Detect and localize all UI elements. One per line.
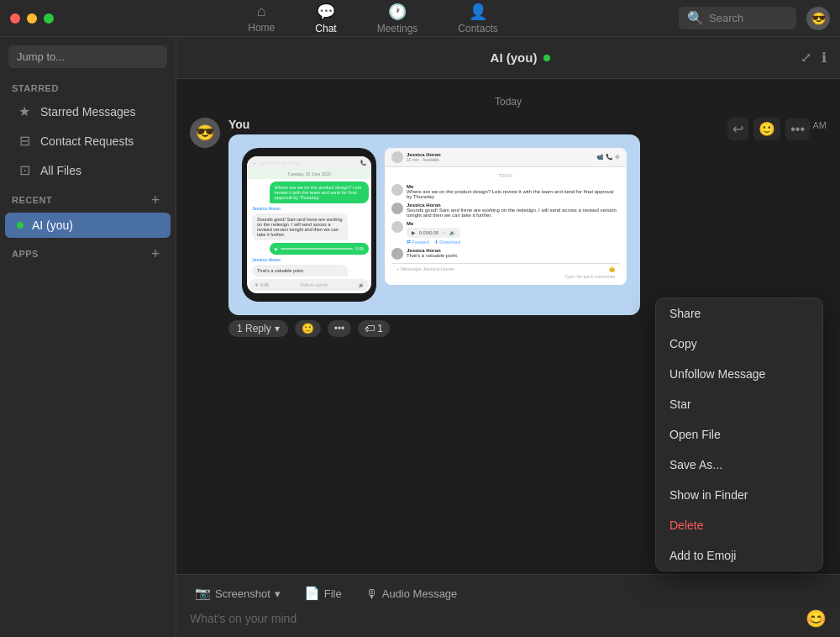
apps-section-title: APPS xyxy=(12,249,39,259)
screenshot-toolbar-button[interactable]: 📷 Screenshot ▾ xyxy=(190,583,286,603)
tab-chat[interactable]: 💬 Chat xyxy=(308,0,343,38)
desktop-audio-player: ▶ 0:00/0:08 🔊 xyxy=(407,228,460,238)
search-input[interactable] xyxy=(709,12,788,24)
chevron-down-icon: ▾ xyxy=(275,323,280,334)
input-row: What's on your mind 😊 xyxy=(190,608,827,629)
add-apps-button[interactable]: + xyxy=(147,245,164,262)
chat-title: AI (you) xyxy=(491,50,538,65)
emoji-reaction-badge[interactable]: 🏷 1 xyxy=(358,320,390,337)
more-hover-icon[interactable]: ••• xyxy=(785,118,810,140)
file-toolbar-button[interactable]: 📄 File xyxy=(299,583,347,603)
sidebar-item-contact-requests[interactable]: ⊟ Contact Requests xyxy=(5,127,171,155)
context-menu-save-as[interactable]: Save As... xyxy=(656,450,822,480)
reaction-hover-icon[interactable]: 🙂 xyxy=(753,118,780,140)
reply-label: 1 Reply xyxy=(237,323,271,334)
maximize-button[interactable] xyxy=(44,13,54,24)
screenshot-chevron-icon: ▾ xyxy=(275,587,281,600)
all-files-label: All Files xyxy=(40,164,81,177)
search-box[interactable]: 🔍 xyxy=(679,7,796,29)
context-menu-delete[interactable]: Delete xyxy=(656,510,822,540)
emoji-count: 1 xyxy=(377,323,383,334)
desktop-msg-3: Me ▶ 0:00/0:08 🔊 xyxy=(391,221,620,245)
tab-home-label: Home xyxy=(248,22,275,34)
tab-meetings[interactable]: 🕐 Meetings xyxy=(370,0,425,38)
microphone-icon: 🎙 xyxy=(365,587,378,601)
meetings-icon: 🕐 xyxy=(388,3,407,21)
chat-header: AI (you) ⤢ ℹ xyxy=(176,37,840,79)
emoji-picker-button[interactable]: 😊 xyxy=(806,608,827,629)
context-menu-add-to-emoji[interactable]: Add to Emoji xyxy=(656,540,822,571)
context-menu-open-file[interactable]: Open File xyxy=(656,419,822,450)
context-menu-star[interactable]: Star xyxy=(656,389,822,419)
apps-section-header: APPS + xyxy=(0,239,176,266)
titlebar: ⌂ Home 💬 Chat 🕐 Meetings 👤 Contacts 🔍 😎 xyxy=(0,0,840,37)
sidebar: Jump to... STARRED ★ Starred Messages ⊟ … xyxy=(0,37,176,637)
hover-action-icons: ↩ 🙂 ••• xyxy=(727,118,810,140)
titlebar-right: 🔍 😎 xyxy=(679,7,830,30)
screenshot-inner: ← AlphaCorp Team 📞 Tuesday, 29 June 2020… xyxy=(242,148,627,302)
more-actions-button[interactable]: ••• xyxy=(328,320,352,337)
user-avatar[interactable]: 😎 xyxy=(806,7,830,30)
context-menu-unfollow[interactable]: Unfollow Message xyxy=(656,359,822,389)
ai-you-label: AI (you) xyxy=(32,218,73,232)
desktop-msg-1: Me Where are we on the product design? L… xyxy=(391,184,620,199)
desktop-chat-mockup: Jessica Horan 10 min · Available 📹 📞 ⊕ T… xyxy=(385,148,627,285)
tab-contacts[interactable]: 👤 Contacts xyxy=(451,0,504,38)
add-reaction-button[interactable]: 🙂 xyxy=(295,320,321,337)
context-menu: Share Copy Unfollow Message Star Open Fi… xyxy=(655,297,823,571)
tab-home[interactable]: ⌂ Home xyxy=(241,0,281,38)
phone-screen: ← AlphaCorp Team 📞 Tuesday, 29 June 2020… xyxy=(247,156,371,293)
chat-header-right: ⤢ ℹ xyxy=(801,50,827,66)
message-input-placeholder[interactable]: What's on your mind xyxy=(190,608,297,629)
info-icon[interactable]: ℹ xyxy=(822,50,827,66)
sidebar-item-all-files[interactable]: ⊡ All Files xyxy=(5,156,171,184)
date-separator: Today xyxy=(190,86,827,118)
desktop-input-bar: + Message Jessica Horan 😊 Type / for qui… xyxy=(391,263,620,282)
sidebar-item-starred-messages[interactable]: ★ Starred Messages xyxy=(5,97,171,125)
starred-messages-label: Starred Messages xyxy=(40,105,136,118)
phone-bubble-3: That's a valuable point. xyxy=(252,265,348,276)
reply-hover-icon[interactable]: ↩ xyxy=(727,118,748,140)
star-icon: ★ xyxy=(17,103,32,119)
online-indicator xyxy=(17,222,24,229)
emoji-icon: 🏷 xyxy=(365,323,375,334)
expand-icon[interactable]: ⤢ xyxy=(801,50,811,66)
chat-input-area: 📷 Screenshot ▾ 📄 File 🎙 Audio Message Wh… xyxy=(176,574,840,637)
tab-contacts-label: Contacts xyxy=(458,23,497,34)
audio-label: Audio Message xyxy=(382,587,458,600)
context-menu-show-in-finder[interactable]: Show in Finder xyxy=(656,480,822,510)
chat-input-toolbar: 📷 Screenshot ▾ 📄 File 🎙 Audio Message xyxy=(190,583,827,603)
desktop-msg-2: Jessica Horan Sounds good! Sam and Irene… xyxy=(391,203,620,218)
minimize-button[interactable] xyxy=(27,13,37,24)
nav-tabs: ⌂ Home 💬 Chat 🕐 Meetings 👤 Contacts xyxy=(67,0,679,38)
sender-avatar: 😎 xyxy=(190,118,220,148)
all-files-icon: ⊡ xyxy=(17,162,32,178)
phone-chat-header: ← AlphaCorp Team 📞 xyxy=(247,156,371,169)
home-icon: ⌂ xyxy=(257,3,266,20)
message-sender: You xyxy=(228,118,249,131)
reply-button[interactable]: 1 Reply ▾ xyxy=(228,320,288,337)
desktop-chat-header: Jessica Horan 10 min · Available 📹 📞 ⊕ xyxy=(385,148,627,167)
context-menu-copy[interactable]: Copy xyxy=(656,329,822,359)
search-icon: 🔍 xyxy=(687,10,704,26)
close-button[interactable] xyxy=(10,13,20,24)
phone-audio-bar: ▶ 0:08 xyxy=(270,243,369,255)
window-controls xyxy=(10,13,54,24)
recent-section-title: RECENT xyxy=(12,195,52,205)
add-recent-button[interactable]: + xyxy=(147,192,164,208)
phone-record-bar: 🎙 0:06 Slide to cancel 🔊 xyxy=(249,279,369,291)
chat-area: AI (you) ⤢ ℹ Today 😎 You 8:54 AM xyxy=(176,37,840,637)
phone-mockup: ← AlphaCorp Team 📞 Tuesday, 29 June 2020… xyxy=(242,148,376,302)
sidebar-item-ai-you[interactable]: AI (you) xyxy=(5,213,171,238)
phone-bubble-2: Sounds good! Sam and Irene are working o… xyxy=(252,213,348,240)
chat-header-center: AI (you) xyxy=(491,50,551,65)
online-status-dot xyxy=(543,55,550,61)
main-layout: Jump to... STARRED ★ Starred Messages ⊟ … xyxy=(0,37,840,637)
jump-to-input[interactable]: Jump to... xyxy=(8,45,167,68)
contact-requests-icon: ⊟ xyxy=(17,133,32,149)
screenshot-label: Screenshot xyxy=(215,587,270,600)
starred-section-title: STARRED xyxy=(0,76,176,97)
context-menu-share[interactable]: Share xyxy=(656,298,822,329)
contacts-icon: 👤 xyxy=(469,3,487,21)
audio-toolbar-button[interactable]: 🎙 Audio Message xyxy=(360,584,463,603)
